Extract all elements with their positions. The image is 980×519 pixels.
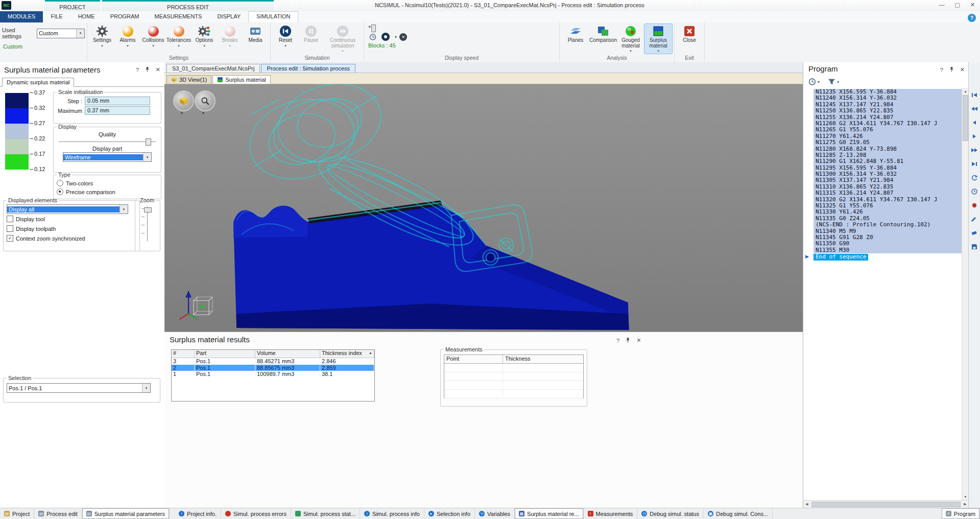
speed-plus-icon[interactable]: + bbox=[368, 23, 371, 30]
table-row[interactable]: 1Pos.1100989.7 mm338.1 bbox=[172, 371, 374, 378]
comparison-button[interactable]: Comparison bbox=[589, 24, 617, 44]
maximize-button[interactable]: ▢ bbox=[954, 2, 960, 8]
program-vertical-scrollbar[interactable]: ▲ ▼ bbox=[962, 88, 969, 500]
help-icon[interactable]: ? bbox=[616, 338, 619, 344]
close-button[interactable]: Close bbox=[677, 24, 702, 44]
dropdown-caret-icon[interactable]: ▾ bbox=[76, 29, 84, 38]
program-end-line[interactable]: End of sequence bbox=[814, 254, 868, 260]
render-mode-caret-icon[interactable]: ▾ bbox=[181, 111, 183, 115]
program-line[interactable]: N11305 X137.147 Y21.984 bbox=[814, 177, 962, 183]
fast-forward-icon[interactable] bbox=[971, 147, 978, 153]
taskbar-item-measurements[interactable]: IMeasurements bbox=[584, 508, 638, 519]
tolerances-button[interactable]: Tolerances▾ bbox=[166, 24, 192, 49]
context-zoom-synchronized-checkbox[interactable]: ✓Context zoom synchronized bbox=[7, 233, 136, 243]
taskbar-item-debug-simul-status[interactable]: ◷Debug simul. status bbox=[637, 508, 704, 519]
clock-icon[interactable] bbox=[971, 188, 978, 195]
two-colors-radio[interactable]: Two-colors bbox=[57, 179, 158, 187]
zoom-tool-button[interactable] bbox=[195, 90, 216, 111]
program-horizontal-scrollbar[interactable]: ◀ ▶ bbox=[803, 500, 969, 508]
program-line[interactable]: N11315 X136.214 Y24.807 bbox=[814, 190, 962, 196]
pin-icon[interactable] bbox=[145, 66, 150, 73]
taskbar-item-project-info[interactable]: iProject info. bbox=[175, 508, 221, 519]
scroll-right-icon[interactable]: ▶ bbox=[962, 501, 969, 508]
taskbar-item-program[interactable]: ≡Program bbox=[942, 508, 980, 519]
render-mode-button[interactable] bbox=[173, 90, 194, 111]
speed-caret-icon[interactable]: ▾ bbox=[395, 35, 397, 39]
view-tab-3d-view-1[interactable]: 3D View(1) bbox=[166, 75, 211, 84]
help-button[interactable]: ? bbox=[968, 14, 976, 22]
zoom-slider[interactable] bbox=[144, 205, 152, 242]
results-column-header-[interactable]: # bbox=[172, 350, 195, 358]
close-icon[interactable]: ✕ bbox=[960, 66, 965, 73]
scrollbar-thumb[interactable] bbox=[811, 502, 961, 507]
filter-icon[interactable] bbox=[828, 78, 835, 85]
displayed-elements-dropdown[interactable]: Display all ▾ bbox=[7, 204, 128, 214]
surplus-material-button[interactable]: Surplus material▾ bbox=[644, 24, 672, 54]
taskbar-item-simul-process-info[interactable]: iSimul. process info bbox=[360, 508, 424, 519]
ribbon-tab-display[interactable]: DISPLAY bbox=[209, 11, 248, 22]
close-button[interactable]: ✕ bbox=[970, 2, 975, 8]
taskbar-item-simul-process-errors[interactable]: Simul. process errors bbox=[221, 508, 291, 519]
display-tool-checkbox[interactable]: Display tool bbox=[7, 214, 136, 224]
program-line[interactable]: (NCS-END : Profile Contouring.102) bbox=[814, 222, 962, 228]
program-line[interactable]: N11330 Y61.426 bbox=[814, 209, 962, 215]
sort-arrow-icon[interactable]: ▲ bbox=[369, 351, 372, 355]
taskbar-item-surplus-material-parameters[interactable]: ▤Surplus material parameters bbox=[82, 508, 170, 519]
program-line[interactable]: N11355 M30 bbox=[814, 247, 962, 253]
pin-icon[interactable] bbox=[625, 337, 631, 344]
close-icon[interactable]: ✕ bbox=[156, 66, 160, 73]
results-column-header-thickness-index[interactable]: Thickness index▲ bbox=[320, 350, 374, 358]
program-code-area[interactable]: N11235 X156.595 Y-36.884N11240 X156.314 … bbox=[803, 88, 969, 500]
taskbar-item-process-edit[interactable]: ▤Process edit bbox=[34, 508, 82, 519]
results-column-header-part[interactable]: Part bbox=[195, 350, 255, 358]
display-mode-dropdown[interactable]: Wireframe ▾ bbox=[63, 152, 152, 162]
planes-button[interactable]: Planes bbox=[562, 24, 589, 44]
table-row[interactable]: 2Pos.188.85675 mm32.859 bbox=[172, 365, 374, 371]
help-icon[interactable]: ? bbox=[940, 67, 943, 73]
program-line[interactable]: N11250 X136.865 Y22.835 bbox=[814, 108, 962, 114]
scrollbar-thumb[interactable] bbox=[963, 95, 968, 141]
erase-icon[interactable] bbox=[971, 230, 978, 236]
program-line[interactable]: N11265 G1 Y55.076 bbox=[814, 127, 962, 133]
zoom-tool-caret-icon[interactable]: ▾ bbox=[202, 111, 204, 115]
maximum-input[interactable]: 0.37 mm bbox=[85, 106, 150, 115]
play-icon[interactable] bbox=[971, 133, 978, 139]
rewind-icon[interactable] bbox=[971, 106, 978, 112]
step-input[interactable]: 0.05 mm bbox=[85, 97, 150, 105]
reset-button[interactable]: Reset▾ bbox=[273, 24, 298, 49]
doc-tab-process-edit-simulation-process[interactable]: Process edit : Simulation process bbox=[261, 64, 355, 73]
speed-clock-icon[interactable] bbox=[369, 34, 376, 40]
normal-speed-marker[interactable] bbox=[381, 33, 390, 41]
close-icon[interactable]: ✕ bbox=[636, 337, 641, 344]
table-row[interactable]: 3Pos.188.45271 mm32.846 bbox=[172, 358, 374, 365]
minimize-button[interactable]: — bbox=[939, 2, 944, 8]
history-clock-icon[interactable] bbox=[808, 78, 816, 85]
used-settings-dropdown[interactable]: Custom ▾ bbox=[37, 29, 85, 38]
taskbar-item-project[interactable]: ▤Project bbox=[0, 508, 34, 519]
scroll-left-icon[interactable]: ◀ bbox=[803, 501, 810, 508]
ribbon-tab-program[interactable]: PROGRAM bbox=[103, 11, 147, 22]
record-icon[interactable] bbox=[971, 202, 978, 208]
view-tab-surplus-material[interactable]: Surplus material bbox=[212, 75, 270, 84]
ribbon-tab-file[interactable]: FILE bbox=[43, 11, 70, 22]
go-to-end-icon[interactable] bbox=[971, 161, 978, 167]
dropdown-caret-icon[interactable]: ▾ bbox=[119, 205, 128, 214]
dropdown-caret-icon[interactable]: ▾ bbox=[143, 153, 151, 161]
program-line[interactable]: N11350 G90 bbox=[814, 241, 962, 247]
taskbar-item-debug-simul-cons[interactable]: ▣Debug simul. Cons... bbox=[704, 508, 773, 519]
quality-slider[interactable] bbox=[57, 138, 158, 145]
filter-caret-icon[interactable]: ▾ bbox=[837, 80, 839, 84]
gouged-material-button[interactable]: Gouged material▾ bbox=[617, 24, 644, 54]
alarms-button[interactable]: Alarms▾ bbox=[115, 24, 140, 49]
save-icon[interactable] bbox=[971, 244, 978, 250]
ribbon-tab-modules[interactable]: MODULES bbox=[0, 11, 43, 22]
dropdown-caret-icon[interactable]: ▾ bbox=[142, 384, 150, 392]
program-end-row[interactable]: ▶ End of sequence bbox=[814, 253, 962, 260]
measurements-col-thickness[interactable]: Thickness bbox=[503, 355, 583, 363]
collisions-button[interactable]: Collisions▾ bbox=[140, 24, 166, 49]
speed-slider-handle[interactable] bbox=[371, 25, 376, 32]
media-button[interactable]: Media bbox=[243, 24, 268, 44]
program-line[interactable]: N11275 G0 Z19.05 bbox=[814, 139, 962, 146]
3d-viewport[interactable]: ▾ ▾ bbox=[164, 84, 803, 332]
results-column-header-volume[interactable]: Volume bbox=[255, 350, 320, 358]
